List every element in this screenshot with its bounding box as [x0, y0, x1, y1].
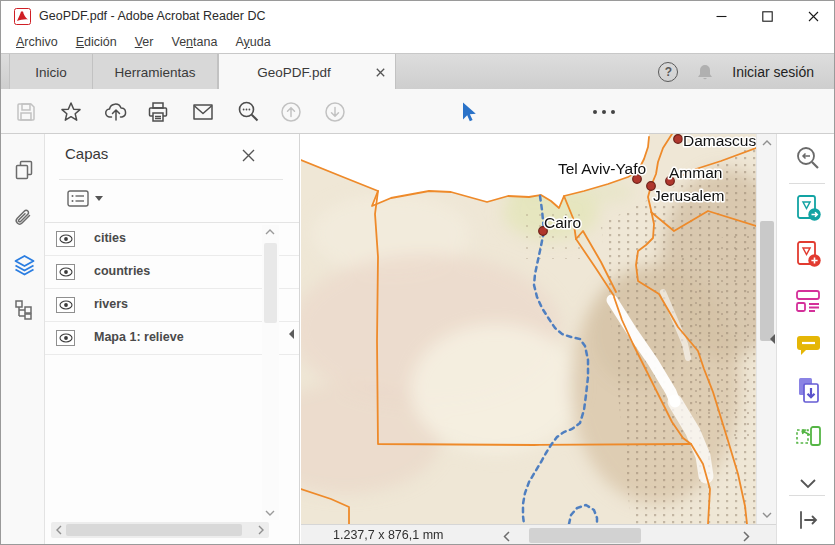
left-navigation-rail [1, 134, 45, 545]
model-tree-button[interactable] [11, 296, 37, 322]
menu-ventana[interactable]: Ventana [162, 33, 226, 51]
open-pane-icon [795, 507, 821, 533]
layer-label: countries [94, 264, 150, 278]
more-tools-button[interactable] [587, 95, 621, 128]
minimize-button[interactable] [698, 1, 744, 31]
help-button[interactable]: ? [658, 62, 678, 82]
scroll-right-arrow[interactable] [738, 529, 754, 543]
layer-label: cities [94, 231, 126, 245]
search-magnifier-icon [236, 99, 261, 124]
pointer-cursor-icon [456, 100, 480, 124]
triangle-left-icon [288, 328, 295, 340]
layer-row-rivers[interactable]: rivers [45, 289, 299, 322]
print-button[interactable] [141, 95, 175, 128]
printer-icon [146, 100, 170, 124]
chevron-down-icon [95, 196, 103, 201]
scroll-up-arrow[interactable] [759, 136, 775, 150]
export-pdf-tool[interactable] [792, 192, 824, 224]
scroll-left-arrow[interactable] [51, 523, 67, 537]
window-title: GeoPDF.pdf - Adobe Acrobat Reader DC [39, 9, 266, 23]
save-icon [15, 101, 37, 123]
layer-row-countries[interactable]: countries [45, 256, 299, 289]
menu-archivo[interactable]: Archivo [7, 33, 67, 51]
scroll-right-arrow[interactable] [253, 523, 269, 537]
edit-pdf-tool[interactable] [792, 284, 824, 316]
main-area: Capas [1, 134, 835, 545]
eye-icon [59, 300, 73, 310]
combine-files-tool[interactable] [792, 374, 824, 406]
comment-tool[interactable] [792, 329, 824, 361]
chevron-down-icon [797, 477, 819, 489]
chevron-down-icon [265, 510, 275, 516]
close-layers-panel-button[interactable] [239, 146, 257, 164]
attachments-button[interactable] [11, 206, 37, 232]
eye-icon [59, 267, 73, 277]
scrollbar-thumb[interactable] [264, 243, 277, 323]
scroll-down-arrow[interactable] [759, 508, 775, 522]
save-button[interactable] [9, 95, 43, 128]
menu-edicion[interactable]: Edición [67, 33, 126, 51]
chevron-down-icon [762, 512, 772, 518]
organize-pages-tool[interactable] [792, 420, 824, 452]
sign-in-link[interactable]: Iniciar sesión [732, 64, 814, 80]
toggle-visibility-button[interactable] [56, 297, 75, 313]
scroll-down-arrow[interactable] [262, 506, 278, 520]
previous-page-button[interactable] [274, 95, 308, 128]
selection-tool-button[interactable] [451, 95, 485, 128]
tab-herramientas[interactable]: Herramientas [93, 54, 218, 90]
next-page-button[interactable] [318, 95, 352, 128]
eye-icon [59, 234, 73, 244]
share-upload-button[interactable] [99, 95, 133, 128]
search-tools-button[interactable] [792, 143, 824, 175]
arrow-down-circle-icon [323, 100, 347, 124]
layer-label: Mapa 1: relieve [94, 330, 184, 344]
tab-document[interactable]: GeoPDF.pdf [218, 54, 396, 90]
expand-tools-pane-handle[interactable] [765, 330, 779, 348]
maximize-icon [762, 11, 773, 22]
star-favorites-button[interactable] [54, 95, 88, 128]
toggle-visibility-button[interactable] [56, 330, 75, 346]
maximize-button[interactable] [744, 1, 790, 31]
layer-row-mapa1-relieve[interactable]: Mapa 1: relieve [45, 322, 299, 355]
scroll-left-arrow[interactable] [498, 529, 514, 543]
layers-panel: Capas [45, 134, 300, 545]
layers-vertical-scrollbar[interactable] [262, 225, 279, 520]
menu-ver[interactable]: Ver [126, 33, 163, 51]
tools-divider [789, 183, 825, 184]
scrollbar-thumb[interactable] [760, 221, 774, 341]
map-canvas[interactable]: Damascus Tel Aviv-Yafo Amman Jerusalem C… [301, 134, 756, 524]
layers-horizontal-scrollbar[interactable] [51, 522, 269, 538]
acrobat-app-icon [14, 8, 31, 25]
collapse-left-panel-handle[interactable] [284, 325, 298, 343]
layer-row-cities[interactable]: cities [45, 223, 299, 256]
close-window-button[interactable] [790, 1, 835, 31]
scrollbar-thumb[interactable] [529, 528, 641, 543]
chevron-right-icon [743, 531, 750, 542]
paperclip-icon [13, 208, 35, 230]
city-label-damascus: Damascus [683, 134, 756, 149]
close-icon [376, 68, 385, 77]
envelope-icon [191, 100, 215, 124]
acrobat-reader-window: GeoPDF.pdf - Adobe Acrobat Reader DC Arc… [0, 0, 835, 545]
layers-panel-title: Capas [65, 145, 108, 162]
toggle-visibility-button[interactable] [56, 231, 75, 247]
close-document-button[interactable] [369, 61, 391, 83]
city-label-amman: Amman [669, 164, 722, 181]
toggle-visibility-button[interactable] [56, 264, 75, 280]
scrollbar-thumb[interactable] [66, 524, 242, 536]
page-thumbnails-button[interactable] [11, 157, 37, 183]
create-pdf-tool[interactable] [792, 238, 824, 270]
menu-ayuda[interactable]: Ayuda [226, 33, 279, 51]
search-button[interactable] [231, 95, 265, 128]
layers-panel-button[interactable] [11, 252, 37, 278]
document-vertical-scrollbar[interactable] [756, 134, 776, 524]
geo-pdf-map: Damascus Tel Aviv-Yafo Amman Jerusalem C… [301, 134, 756, 524]
scroll-up-arrow[interactable] [262, 225, 278, 239]
layer-options-button[interactable] [67, 190, 103, 207]
chevron-left-icon [56, 525, 62, 535]
tab-inicio[interactable]: Inicio [9, 54, 93, 90]
open-tools-pane-button[interactable] [792, 504, 824, 536]
star-icon [59, 100, 83, 124]
email-button[interactable] [186, 95, 220, 128]
notifications-bell-icon[interactable] [696, 63, 714, 82]
